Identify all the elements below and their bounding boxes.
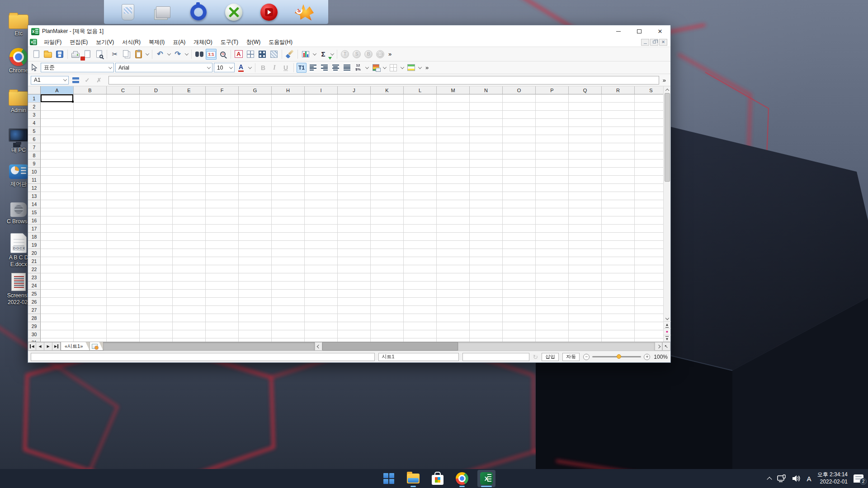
column-header[interactable]: L xyxy=(404,86,437,94)
zoom-100-button[interactable]: 1:1 xyxy=(206,49,217,60)
menu-item[interactable]: 도움말(H) xyxy=(264,38,297,47)
menu-item[interactable]: 개체(O) xyxy=(189,38,216,47)
row-header[interactable]: 7 xyxy=(28,143,41,151)
paste-dropdown[interactable] xyxy=(145,49,150,59)
row-header[interactable]: 24 xyxy=(28,282,41,290)
horizontal-scroll-thumb[interactable] xyxy=(322,342,458,351)
row-header[interactable]: 25 xyxy=(28,290,41,298)
previous-sheet-button[interactable]: ◀ xyxy=(36,342,44,351)
row-header[interactable]: 11 xyxy=(28,176,41,184)
bold-button[interactable]: B xyxy=(258,63,268,73)
row-header[interactable]: 9 xyxy=(28,160,41,168)
ime-indicator[interactable]: A xyxy=(807,475,811,483)
maximize-button[interactable] xyxy=(629,25,650,38)
title-bar[interactable]: x PlanMaker - [제목 없음 1] ✕ xyxy=(28,25,670,38)
row-header[interactable]: 3 xyxy=(28,111,41,119)
notification-center-icon[interactable]: 2 xyxy=(854,474,863,483)
cut-button[interactable]: ✂ xyxy=(109,49,120,60)
row-header[interactable]: 13 xyxy=(28,192,41,200)
paste-button[interactable] xyxy=(133,49,144,60)
conditional-format-button[interactable] xyxy=(371,63,381,73)
menu-item[interactable]: 도구(T) xyxy=(217,38,242,47)
export-pdf-button[interactable] xyxy=(82,49,93,60)
row-header[interactable]: 5 xyxy=(28,127,41,135)
next-break-button[interactable]: ▼ xyxy=(664,335,671,342)
cell-style-combo[interactable]: 표준 xyxy=(41,63,114,72)
align-justify-button[interactable] xyxy=(342,63,352,73)
find-button[interactable] xyxy=(194,49,205,60)
formula-input[interactable] xyxy=(108,76,659,84)
cell-reference-box[interactable]: A1 xyxy=(31,76,69,84)
conditional-format-dropdown[interactable] xyxy=(382,63,387,73)
row-header[interactable]: 29 xyxy=(28,322,41,330)
font-size-combo[interactable]: 10 xyxy=(214,63,235,72)
horizontal-scroll-track[interactable] xyxy=(458,342,655,351)
column-header[interactable]: P xyxy=(536,86,569,94)
power-ring-icon[interactable] xyxy=(189,2,208,22)
document-restore-button[interactable] xyxy=(650,39,658,46)
undo-dropdown[interactable] xyxy=(166,49,171,59)
menu-item[interactable]: 표(A) xyxy=(169,38,189,47)
font-name-combo[interactable]: Arial xyxy=(115,63,212,72)
row-header[interactable]: 28 xyxy=(28,314,41,322)
number-format-button[interactable]: 12$% xyxy=(353,63,363,73)
file-explorer-button[interactable] xyxy=(404,470,422,487)
save-button[interactable] xyxy=(54,49,65,60)
row-header[interactable]: 1 xyxy=(28,94,41,103)
formatting-overflow-chevron[interactable]: » xyxy=(424,64,430,71)
row-header[interactable]: 2 xyxy=(28,103,41,111)
column-header[interactable]: M xyxy=(437,86,470,94)
row-header[interactable]: 8 xyxy=(28,151,41,160)
underline-button[interactable]: U xyxy=(281,63,291,73)
planmaker-taskbar-button[interactable]: X xyxy=(477,470,495,487)
redo-button[interactable]: ↷ xyxy=(172,49,183,60)
column-header[interactable]: H xyxy=(272,86,305,94)
scroll-left-button[interactable] xyxy=(315,342,322,351)
phoenix-icon[interactable]: S xyxy=(294,2,314,22)
first-sheet-button[interactable]: ◀ xyxy=(28,342,36,351)
vertical-scrollbar[interactable]: ▲ ● ▼ xyxy=(663,86,670,342)
new-document-button[interactable] xyxy=(31,49,42,60)
row-header[interactable]: 22 xyxy=(28,265,41,273)
zoom-slider[interactable] xyxy=(592,356,641,357)
documents-folder-icon[interactable] xyxy=(153,2,173,22)
previous-break-button[interactable]: ▲ xyxy=(664,321,671,328)
calc-mode-indicator[interactable]: 자동 xyxy=(562,353,580,361)
network-icon[interactable] xyxy=(777,474,786,483)
column-header[interactable]: S xyxy=(635,86,663,94)
italic-button[interactable]: I xyxy=(269,63,279,73)
table-style-button[interactable] xyxy=(406,63,416,73)
column-header[interactable]: G xyxy=(239,86,272,94)
zoom-button[interactable]: % xyxy=(217,49,228,60)
selected-cell-a1[interactable] xyxy=(41,94,73,102)
cell-frame-button[interactable] xyxy=(245,49,256,60)
insert-mode-indicator[interactable]: 삽입 xyxy=(542,353,559,361)
column-header[interactable]: Q xyxy=(569,86,602,94)
print-preview-button[interactable] xyxy=(94,49,104,60)
row-header[interactable]: 23 xyxy=(28,273,41,282)
chrome-button[interactable] xyxy=(453,470,471,487)
menu-item[interactable]: 서식(R) xyxy=(118,38,145,47)
row-header[interactable]: 18 xyxy=(28,233,41,241)
last-sheet-button[interactable]: ▶ xyxy=(52,342,61,351)
column-header[interactable]: N xyxy=(470,86,503,94)
row-header[interactable]: 27 xyxy=(28,306,41,314)
minimize-button[interactable] xyxy=(608,25,629,38)
recycle-bin-icon[interactable] xyxy=(118,2,138,22)
autosum-button[interactable]: Σ xyxy=(318,49,329,60)
go-home-button[interactable]: ↖ xyxy=(662,342,670,351)
close-button[interactable]: ✕ xyxy=(650,25,670,38)
row-header[interactable]: 26 xyxy=(28,298,41,306)
scroll-up-button[interactable] xyxy=(664,86,671,93)
column-header[interactable]: A xyxy=(41,86,74,94)
column-header[interactable]: E xyxy=(173,86,206,94)
row-header[interactable]: 16 xyxy=(28,216,41,225)
column-header[interactable]: B xyxy=(74,86,107,94)
row-header[interactable]: 12 xyxy=(28,184,41,192)
chart-dropdown[interactable] xyxy=(312,49,317,59)
borders-dropdown[interactable] xyxy=(400,63,405,73)
column-header[interactable]: K xyxy=(371,86,404,94)
copy-button[interactable] xyxy=(121,49,132,60)
insert-chart-button[interactable] xyxy=(300,49,311,60)
microsoft-store-button[interactable] xyxy=(429,470,447,487)
